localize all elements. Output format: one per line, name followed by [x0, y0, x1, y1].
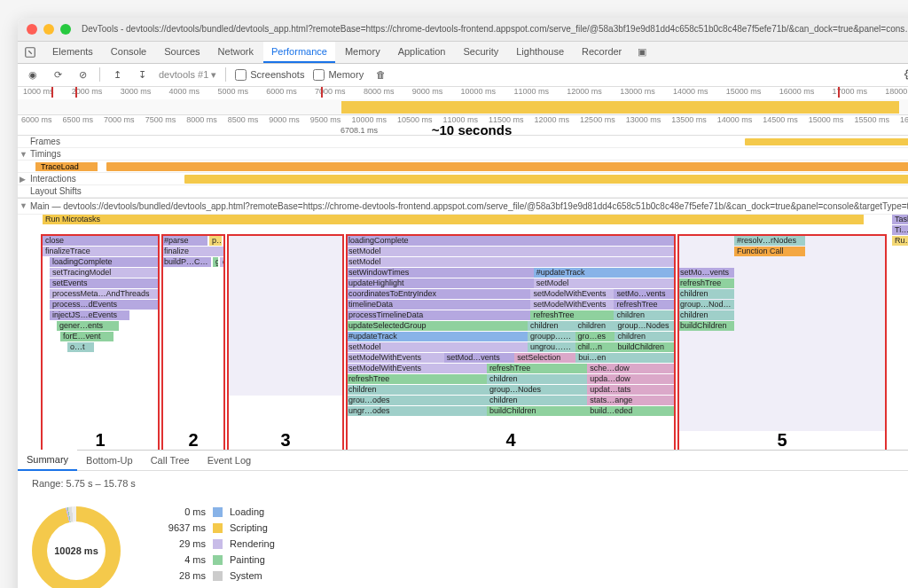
flame-entry[interactable]: group…Nodes	[677, 300, 734, 310]
flame-entry[interactable]: #updateTrack	[534, 268, 674, 278]
flame-entry[interactable]: stats…ange	[587, 396, 674, 405]
inspect-icon[interactable]	[23, 45, 37, 59]
flame-entry[interactable]: children	[677, 310, 734, 320]
interactions-track[interactable]: ▶Interactions	[18, 173, 908, 185]
memory-checkbox[interactable]: Memory	[313, 69, 364, 81]
tab-console[interactable]: Console	[103, 42, 154, 63]
flame-timed[interactable]: Ti…ed	[892, 225, 908, 235]
flame-entry[interactable]: refreshTree	[530, 310, 614, 320]
settings-button[interactable]	[903, 67, 908, 82]
download-button[interactable]: ↧	[134, 67, 150, 82]
flame-entry[interactable]: chil…n	[575, 342, 615, 352]
flame-entry[interactable]: gener…ents	[57, 321, 119, 331]
tab-recorder[interactable]: Recorder	[574, 42, 630, 63]
flame-entry[interactable]: children	[487, 374, 587, 384]
tab-security[interactable]: Security	[455, 42, 506, 63]
tab-application[interactable]: Application	[390, 42, 454, 63]
flame-entry[interactable]: processTimelineData	[346, 310, 530, 320]
tab-sources[interactable]: Sources	[156, 42, 207, 63]
flame-entry[interactable]: updat…tats	[587, 385, 674, 395]
flame-entry[interactable]: setModelWithEvents	[530, 300, 614, 310]
flame-entry[interactable]: d…	[220, 257, 225, 267]
flame-entry[interactable]: setEvents	[50, 278, 158, 288]
flame-entry[interactable]: setModelWithEvents	[530, 289, 614, 299]
flame-entry[interactable]: buildP…Calls	[161, 257, 211, 267]
flame-entry[interactable]: group…Nodes	[614, 321, 674, 331]
close-window-button[interactable]	[27, 24, 37, 35]
flame-entry[interactable]: gro…es	[575, 332, 615, 341]
flame-entry[interactable]: refreshTree	[614, 300, 674, 310]
flame-entry[interactable]: #resolv…rNodes	[734, 236, 805, 246]
record-button[interactable]: ◉	[25, 67, 41, 82]
flame-entry[interactable]: o…t	[67, 342, 94, 352]
flame-entry[interactable]: ungrou…Nodes	[528, 342, 575, 352]
flame-entry[interactable]: build…eded	[587, 406, 674, 416]
flame-entry[interactable]: updateSelectedGroup	[346, 321, 528, 331]
dtab-event-log[interactable]: Event Log	[199, 451, 261, 470]
dtab-call-tree[interactable]: Call Tree	[142, 451, 199, 470]
flame-chart[interactable]: Task Task Run Microtasks Ti…ed Ru…ks clo…	[18, 215, 908, 450]
flame-entry[interactable]: sche…dow	[587, 364, 674, 373]
screenshots-checkbox[interactable]: Screenshots	[235, 69, 304, 81]
flame-entry[interactable]: setMo…vents	[677, 268, 734, 278]
timeline-ruler[interactable]: 6000 ms6500 ms7000 ms7500 ms8000 ms8500 …	[18, 115, 908, 136]
flame-entry[interactable]: setMod…vents	[444, 353, 514, 363]
flame-entry[interactable]: children	[528, 321, 575, 331]
flame-entry[interactable]: loadingComplete	[50, 257, 158, 267]
flame-entry[interactable]: #parse	[161, 236, 207, 246]
flame-entry[interactable]: p…	[209, 236, 222, 246]
flame-entry[interactable]: setMo…vents	[614, 289, 674, 299]
flame-entry[interactable]: finalizeTrace	[43, 247, 158, 256]
profile-selector[interactable]: devtools #1 ▾	[159, 69, 216, 81]
tab-memory[interactable]: Memory	[337, 42, 388, 63]
flame-entry[interactable]: setModel	[534, 278, 674, 288]
traceload-timing[interactable]: TraceLoad	[18, 161, 908, 173]
recorder-preview-icon[interactable]: ▣	[635, 45, 649, 59]
flame-entry[interactable]: forE…vent	[60, 332, 114, 341]
reload-record-button[interactable]: ⟳	[50, 67, 66, 82]
flame-entry[interactable]: groupp…Nodes	[528, 332, 575, 341]
flame-entry[interactable]: buildChildren	[614, 342, 674, 352]
flame-entry[interactable]: Function Call	[734, 247, 805, 256]
flame-entry[interactable]: bui…en	[575, 353, 674, 363]
flame-entry[interactable]: setSelection	[514, 353, 575, 363]
overview-ruler[interactable]: 1000 ms2000 ms3000 ms4000 ms5000 ms6000 …	[18, 87, 908, 115]
flame-entry[interactable]: injectJS…eEvents	[50, 310, 129, 320]
timings-track[interactable]: ▼Timings	[18, 148, 908, 161]
dtab-summary[interactable]: Summary	[18, 450, 77, 471]
gc-button[interactable]: 🗑	[372, 67, 388, 82]
flame-entry[interactable]: children	[614, 310, 674, 320]
tab-elements[interactable]: Elements	[44, 42, 101, 63]
flame-entry[interactable]: coordinatesToEntryIndex	[346, 289, 530, 299]
flame-entry[interactable]: children	[614, 332, 674, 341]
layout-shifts-track[interactable]: Layout Shifts	[18, 185, 908, 198]
dtab-bottom-up[interactable]: Bottom-Up	[77, 451, 142, 470]
flame-entry[interactable]: children	[487, 396, 587, 405]
flame-entry[interactable]: processMeta…AndThreads	[50, 289, 158, 299]
flame-entry[interactable]: ungr…odes	[346, 406, 487, 416]
flame-entry[interactable]: children	[346, 385, 487, 395]
flame-entry[interactable]: children	[677, 289, 734, 299]
flame-entry[interactable]: setTracingModel	[50, 268, 158, 278]
tab-lighthouse[interactable]: Lighthouse	[508, 42, 572, 63]
flame-entry[interactable]: setModelWithEvents	[346, 364, 487, 373]
flame-entry[interactable]: updateHighlight	[346, 278, 534, 288]
flame-entry[interactable]: refreshTree	[677, 278, 734, 288]
flame-task-right[interactable]: Task	[892, 215, 908, 224]
flame-entry[interactable]: setModel	[346, 247, 674, 256]
flame-entry[interactable]: buildChildren	[487, 406, 587, 416]
tab-network[interactable]: Network	[210, 42, 262, 63]
flame-entry[interactable]: g…	[213, 257, 218, 267]
flame-entry[interactable]: group…Nodes	[487, 385, 587, 395]
flame-entry[interactable]: refreshTree	[487, 364, 587, 373]
tab-performance[interactable]: Performance	[263, 42, 335, 63]
flame-entry[interactable]: process…dEvents	[50, 300, 158, 310]
maximize-window-button[interactable]	[60, 24, 71, 35]
flame-entry[interactable]: grou…odes	[346, 396, 487, 405]
flame-entry[interactable]: setWindowTimes	[346, 268, 534, 278]
flame-entry[interactable]: setModel	[346, 342, 528, 352]
flame-entry[interactable]: finalize	[161, 247, 223, 256]
flame-entry[interactable]: setModel	[346, 257, 674, 267]
flame-entry[interactable]: setModelWithEvents	[346, 353, 444, 363]
flame-entry[interactable]: buildChildren	[677, 321, 734, 331]
